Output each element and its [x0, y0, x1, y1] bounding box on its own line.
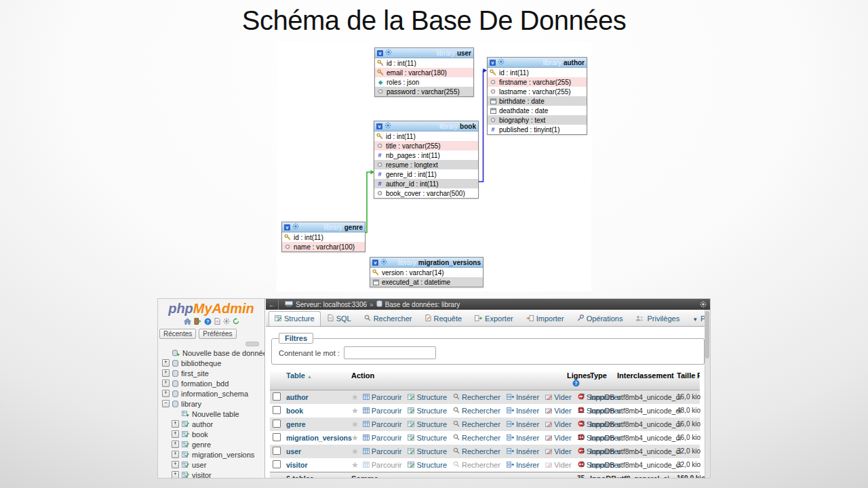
action-empty[interactable]: Vider — [545, 393, 571, 401]
table-name-link[interactable]: visitor — [283, 458, 349, 472]
main-tab[interactable]: Structure — [269, 311, 321, 326]
action-insert[interactable]: Insérer — [507, 461, 539, 469]
action-empty[interactable]: Vider — [545, 420, 571, 428]
tree-item-label[interactable]: author — [192, 420, 213, 428]
action-search[interactable]: Rechercher — [453, 393, 500, 401]
tree-item-label[interactable]: information_schema — [181, 390, 248, 398]
tree-item[interactable]: + genre — [158, 439, 264, 449]
tree-item[interactable]: + formation_bdd — [158, 378, 264, 388]
table-options-gear-icon[interactable] — [385, 49, 392, 58]
tree-toggle[interactable]: + — [172, 451, 179, 458]
action-browse[interactable]: Parcourir — [363, 434, 402, 442]
favorite-star-icon[interactable]: ★ — [351, 448, 359, 455]
main-tab[interactable]: Rechercher — [358, 311, 418, 326]
table-name-link[interactable]: user — [283, 445, 349, 458]
table-name-link[interactable]: migration_versions — [283, 431, 349, 445]
row-checkbox[interactable] — [273, 392, 281, 401]
action-search[interactable]: Rechercher — [453, 434, 500, 442]
action-insert[interactable]: Insérer — [507, 447, 539, 455]
action-insert[interactable]: Insérer — [507, 407, 539, 415]
action-structure[interactable]: Structure — [408, 447, 447, 455]
main-tab[interactable]: Privilèges — [629, 311, 686, 326]
tree-item[interactable]: Nouvelle table — [158, 409, 264, 419]
designer-select-icon[interactable]: v — [490, 60, 496, 66]
home-icon[interactable] — [184, 318, 191, 325]
action-search[interactable]: Rechercher — [453, 420, 500, 428]
favorite-star-icon[interactable]: ★ — [351, 407, 359, 414]
action-structure[interactable]: Structure — [408, 461, 447, 469]
tree-toggle[interactable]: + — [162, 380, 170, 387]
action-structure[interactable]: Structure — [408, 420, 447, 428]
tree-toggle[interactable]: + — [162, 369, 170, 377]
table-name-link[interactable]: genre — [283, 418, 349, 431]
tree-item-label[interactable]: migration_versions — [192, 451, 254, 459]
tree-item[interactable]: + book — [158, 429, 264, 439]
action-browse[interactable]: Parcourir — [363, 393, 402, 401]
table-options-gear-icon[interactable] — [384, 122, 391, 131]
refresh-icon[interactable] — [233, 318, 239, 325]
action-insert[interactable]: Insérer — [507, 420, 539, 428]
tree-item-label[interactable]: bibliotheque — [181, 359, 221, 367]
designer-select-icon[interactable]: v — [372, 260, 378, 266]
row-checkbox[interactable] — [273, 433, 281, 441]
action-insert[interactable]: Insérer — [507, 393, 539, 401]
diagram-table-header[interactable]: v librarymigration_versions — [370, 258, 483, 268]
gear-icon[interactable] — [223, 318, 230, 325]
action-empty[interactable]: Vider — [545, 447, 571, 455]
scrollbar[interactable] — [705, 310, 710, 478]
tree-toggle[interactable]: + — [172, 461, 179, 468]
favorite-star-icon[interactable]: ★ — [351, 394, 359, 401]
designer-select-icon[interactable]: v — [284, 224, 290, 230]
tree-item-label[interactable]: first_site — [181, 369, 209, 378]
resize-grip[interactable] — [245, 342, 259, 346]
table-options-gear-icon[interactable] — [380, 258, 387, 267]
table-options-gear-icon[interactable] — [292, 223, 299, 232]
tree-item-label[interactable]: visitor — [192, 471, 212, 479]
action-structure[interactable]: Structure — [408, 434, 447, 442]
action-browse[interactable]: Parcourir — [363, 447, 402, 455]
designer-select-icon[interactable]: v — [377, 50, 383, 56]
designer-select-icon[interactable]: v — [376, 123, 382, 129]
help-icon[interactable]: ? — [204, 318, 212, 325]
action-insert[interactable]: Insérer — [507, 434, 539, 442]
tree-toggle[interactable]: + — [172, 441, 179, 448]
action-search[interactable]: Rechercher — [453, 461, 500, 469]
row-checkbox[interactable] — [273, 460, 281, 468]
tree-item-label[interactable]: formation_bdd — [181, 380, 229, 388]
action-structure[interactable]: Structure — [408, 407, 447, 415]
tree-toggle[interactable]: + — [172, 420, 179, 428]
favorite-star-icon[interactable]: ★ — [351, 434, 359, 441]
action-empty[interactable]: Vider — [545, 461, 571, 469]
row-checkbox[interactable] — [273, 406, 281, 414]
main-tab[interactable]: Exporter — [469, 311, 519, 326]
action-empty[interactable]: Vider — [545, 407, 571, 415]
scrollbar-thumb[interactable] — [705, 311, 709, 359]
tree-item[interactable]: + information_schema — [158, 388, 264, 399]
action-search[interactable]: Rechercher — [453, 447, 500, 455]
tree-item[interactable]: + author — [158, 419, 264, 429]
breadcrumb-database[interactable]: Base de données: library — [385, 301, 460, 308]
tree-toggle[interactable]: + — [172, 430, 179, 438]
tree-item-label[interactable]: Nouvelle base de données — [182, 349, 265, 357]
action-browse[interactable]: Parcourir — [363, 420, 402, 428]
diagram-table-header[interactable]: v librarygenre — [282, 222, 365, 232]
tree-item[interactable]: + bibliotheque — [158, 358, 264, 368]
diagram-table-header[interactable]: v libraryauthor — [488, 58, 587, 68]
tree-toggle[interactable]: + — [162, 359, 170, 367]
tree-item[interactable]: + first_site — [158, 368, 264, 378]
diagram-table-header[interactable]: v librarybook — [374, 121, 478, 131]
favorite-star-icon[interactable]: ★ — [351, 462, 359, 468]
tree-item[interactable]: − library — [158, 399, 264, 409]
action-browse[interactable]: Parcourir — [363, 407, 402, 415]
row-checkbox[interactable] — [273, 420, 281, 428]
main-tab[interactable]: SQL — [321, 311, 357, 326]
tree-toggle[interactable]: + — [172, 471, 179, 478]
action-structure[interactable]: Structure — [408, 393, 447, 401]
main-tab[interactable]: Importer — [520, 311, 570, 326]
favorite-star-icon[interactable]: ★ — [351, 421, 359, 428]
tab-preferees[interactable]: Préférées — [199, 329, 236, 339]
tree-toggle[interactable]: + — [162, 390, 170, 397]
diagram-table-header[interactable]: v libraryuser — [375, 48, 473, 58]
main-tab[interactable]: Requête — [419, 311, 469, 326]
main-tab[interactable]: Opérations — [571, 311, 629, 326]
